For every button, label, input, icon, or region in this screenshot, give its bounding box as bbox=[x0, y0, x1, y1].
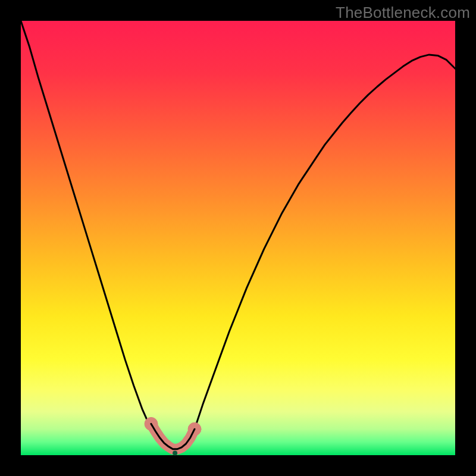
bottleneck-curve bbox=[21, 21, 455, 453]
minimum-point-marker bbox=[173, 450, 177, 455]
plot-area bbox=[21, 21, 455, 455]
watermark-text: TheBottleneck.com bbox=[336, 4, 470, 22]
curve-layer bbox=[21, 21, 455, 455]
chart-frame: TheBottleneck.com bbox=[0, 0, 476, 476]
